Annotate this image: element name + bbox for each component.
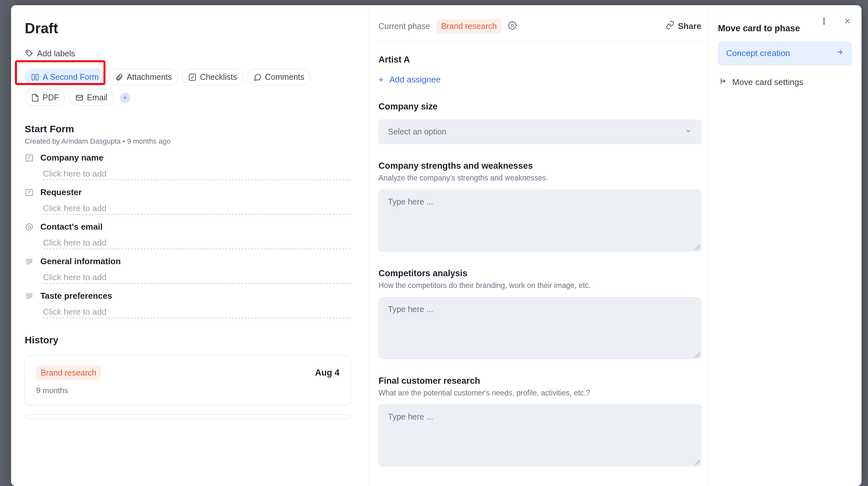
textarea-placeholder: Type here ... (388, 305, 433, 314)
history-entry[interactable]: Brand research Aug 4 9 months (25, 355, 351, 405)
svg-rect-5 (26, 155, 33, 161)
strengths-desc: Analyze the company's strengths and weak… (378, 174, 701, 182)
share-label: Share (678, 21, 701, 31)
svg-point-0 (27, 52, 28, 52)
resize-handle-icon[interactable] (694, 460, 700, 465)
link-icon (665, 21, 675, 32)
field-company-name: Company name Click here to add (25, 153, 351, 180)
field-contacts-email: Contact's email Click here to add (25, 222, 351, 249)
field-taste-preferences: Taste preferences Click here to add (25, 291, 351, 318)
plus-icon: + (378, 75, 383, 85)
final-customer-textarea[interactable]: Type here ... (378, 405, 701, 466)
field-label: Contact's email (40, 222, 102, 232)
tab-label: Email (87, 93, 107, 102)
tab-label: Checklists (200, 72, 237, 82)
history-date: Aug 4 (315, 368, 339, 378)
lines-icon (25, 291, 34, 301)
add-labels-button[interactable]: Add labels (25, 49, 75, 58)
tab-label: Comments (265, 72, 304, 82)
field-label: Taste preferences (40, 291, 112, 301)
current-phase-badge: Brand research (436, 19, 501, 33)
company-size-title: Company size (378, 102, 701, 112)
contacts-email-input[interactable]: Click here to add (43, 238, 351, 249)
taste-pref-input[interactable]: Click here to add (43, 307, 351, 318)
competitors-title: Competitors analysis (378, 268, 701, 279)
move-to-concept-creation-button[interactable]: Concept creation (718, 41, 852, 65)
field-label: Requester (40, 187, 82, 197)
tab-attachments[interactable]: Attachments (109, 69, 178, 85)
company-name-input[interactable]: Click here to add (43, 169, 351, 180)
add-labels-text: Add labels (37, 49, 75, 58)
svg-point-10 (824, 21, 825, 22)
move-settings-label: Move card settings (732, 77, 803, 87)
add-assignee-button[interactable]: + Add assignee (378, 75, 441, 85)
final-customer-title: Final customer research (378, 376, 701, 386)
tab-label: PDF (43, 93, 59, 102)
left-panel: Draft Add labels A Second Form Attachmen… (11, 5, 369, 486)
svg-rect-1 (32, 74, 34, 80)
lines-icon (25, 257, 34, 266)
move-card-settings-button[interactable]: Move card settings (718, 77, 852, 88)
short-text-icon (25, 188, 34, 197)
created-by-text: Created by Arindam Dasgupta • 9 months a… (25, 137, 351, 146)
card-title: Draft (25, 20, 351, 36)
comment-icon (253, 73, 262, 81)
strengths-title: Company strengths and weaknesses (378, 161, 701, 171)
svg-rect-2 (36, 74, 38, 80)
more-options-icon[interactable] (820, 17, 828, 27)
chevron-down-icon (685, 127, 692, 137)
tab-pdf[interactable]: PDF (25, 89, 65, 106)
close-icon[interactable] (843, 17, 852, 27)
resize-handle-icon[interactable] (694, 245, 700, 250)
tag-icon (25, 50, 33, 58)
field-label: General information (40, 256, 121, 266)
arrow-right-icon (836, 48, 844, 58)
right-panel: Move card to phase Concept creation Move… (708, 5, 862, 486)
competitors-textarea[interactable]: Type here ... (378, 297, 701, 359)
textarea-placeholder: Type here ... (388, 412, 433, 421)
history-ago: 9 months (36, 386, 339, 395)
add-tab-button[interactable]: + (120, 92, 130, 103)
company-size-select[interactable]: Select an option (378, 119, 701, 144)
tab-label: Attachments (127, 72, 172, 82)
tab-second-form[interactable]: A Second Form (25, 69, 105, 85)
svg-point-8 (511, 24, 514, 26)
add-assignee-label: Add assignee (389, 75, 441, 85)
textarea-placeholder: Type here ... (388, 197, 433, 206)
field-requester: Requester Click here to add (25, 187, 351, 215)
svg-rect-3 (189, 74, 196, 81)
tab-email[interactable]: Email (69, 89, 114, 106)
artist-name: Artist A (378, 55, 701, 65)
field-label: Company name (40, 153, 103, 163)
middle-panel: Current phase Brand research Share Artis… (369, 5, 708, 486)
resize-handle-icon[interactable] (694, 352, 700, 358)
phase-settings-icon[interactable] (508, 21, 517, 32)
strengths-textarea[interactable]: Type here ... (378, 190, 701, 252)
share-button[interactable]: Share (665, 21, 701, 32)
history-title: History (25, 335, 351, 346)
move-settings-icon (718, 77, 726, 88)
final-customer-desc: What are the potential customer's needs,… (378, 389, 701, 397)
start-form-title: Start Form (25, 123, 351, 135)
at-icon (25, 223, 34, 232)
svg-point-7 (28, 225, 31, 228)
svg-rect-6 (26, 189, 33, 195)
history-entry-next[interactable] (25, 414, 351, 419)
svg-point-9 (824, 18, 825, 19)
card-modal: Draft Add labels A Second Form Attachmen… (11, 5, 862, 486)
paperclip-icon (115, 73, 123, 81)
field-general-information: General information Click here to add (25, 256, 351, 284)
current-phase-label: Current phase (378, 22, 430, 31)
tab-comments[interactable]: Comments (247, 69, 310, 85)
checklist-icon (188, 73, 196, 81)
tab-checklists[interactable]: Checklists (182, 69, 243, 85)
tab-row: A Second Form Attachments Checklists Com… (25, 69, 351, 106)
move-button-label: Concept creation (726, 48, 790, 58)
phase-header: Current phase Brand research Share (378, 19, 701, 42)
requester-input[interactable]: Click here to add (43, 203, 351, 215)
general-info-input[interactable]: Click here to add (43, 272, 351, 284)
file-icon (31, 93, 39, 102)
tab-label: A Second Form (43, 72, 99, 82)
svg-point-11 (824, 23, 825, 24)
competitors-desc: How the competitors do their branding, w… (378, 281, 701, 290)
